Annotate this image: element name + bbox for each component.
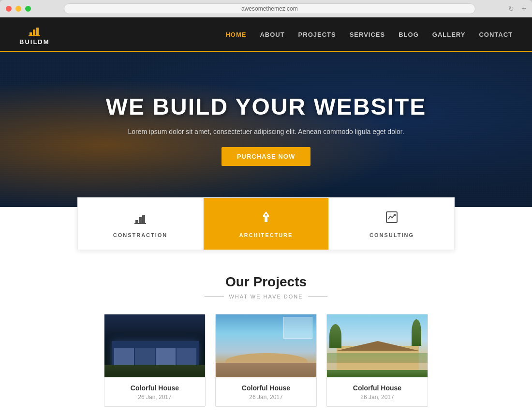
project-name-1: Colorful House <box>109 384 200 392</box>
consulting-icon <box>384 209 399 227</box>
project-card-1[interactable]: Colorful House 26 Jan, 2017 <box>104 314 206 407</box>
nav-link-about[interactable]: ABOUT <box>260 31 284 38</box>
nav-menu: HOME ABOUT PROJECTS SERVICES BLOG GALLER… <box>225 30 513 39</box>
logo[interactable]: BUILDM <box>19 23 50 45</box>
project-image-2 <box>216 314 317 377</box>
nav-link-home[interactable]: HOME <box>225 31 246 38</box>
project-card-3[interactable]: Colorful House 26 Jan, 2017 <box>326 314 428 407</box>
architecture-label: ARCHITECTURE <box>239 232 293 238</box>
architecture-icon <box>258 209 274 227</box>
hero-section: WE BUILD YOUR WEBSITE Lorem ipsum dolor … <box>0 52 532 207</box>
section-divider: WHAT WE HAVE DONE <box>19 294 513 299</box>
website-content: BUILDM HOME ABOUT PROJECTS SERVICES BLOG… <box>0 17 532 416</box>
construction-label: CONSTRACTION <box>113 232 168 238</box>
nav-item-gallery[interactable]: GALLERY <box>432 30 466 39</box>
project-name-2: Colorful House <box>221 384 311 392</box>
navbar: BUILDM HOME ABOUT PROJECTS SERVICES BLOG… <box>0 17 532 52</box>
nav-link-services[interactable]: SERVICES <box>350 31 385 38</box>
svg-point-9 <box>265 214 267 216</box>
nav-link-gallery[interactable]: GALLERY <box>432 31 466 38</box>
nav-item-projects[interactable]: PROJECTS <box>298 30 336 39</box>
project-info-1: Colorful House 26 Jan, 2017 <box>104 377 205 406</box>
divider-left <box>205 297 224 297</box>
nav-link-projects[interactable]: PROJECTS <box>298 31 336 38</box>
project-image-3 <box>327 314 428 377</box>
nav-item-services[interactable]: SERVICES <box>350 30 385 39</box>
maximize-button[interactable] <box>25 6 31 12</box>
tab-consulting[interactable]: CONSULTING <box>329 197 455 250</box>
services-tabs: CONSTRACTION ARCHITECTURE CONSULTING <box>77 197 455 250</box>
projects-grid: Colorful House 26 Jan, 2017 Colorful Hou… <box>19 314 513 407</box>
close-button[interactable] <box>6 6 12 12</box>
svg-rect-7 <box>134 223 146 224</box>
address-bar[interactable]: awesomethemez.com <box>64 3 475 14</box>
project-date-1: 26 Jan, 2017 <box>109 394 200 401</box>
nav-item-blog[interactable]: BLOG <box>399 30 419 39</box>
logo-text: BUILDM <box>19 38 50 45</box>
hero-content: WE BUILD YOUR WEBSITE Lorem ipsum dolor … <box>106 93 426 166</box>
construction-icon <box>133 209 148 227</box>
tab-architecture[interactable]: ARCHITECTURE <box>203 197 329 250</box>
svg-rect-6 <box>142 215 145 224</box>
project-date-3: 26 Jan, 2017 <box>332 394 423 401</box>
divider-right <box>308 297 327 297</box>
project-date-2: 26 Jan, 2017 <box>221 394 311 401</box>
svg-rect-8 <box>265 217 267 222</box>
purchase-now-button[interactable]: PURCHASE NOW <box>222 147 310 166</box>
hero-title: WE BUILD YOUR WEBSITE <box>106 93 426 120</box>
project-image-1 <box>104 314 206 377</box>
nav-item-about[interactable]: ABOUT <box>260 30 284 39</box>
nav-item-contact[interactable]: CONTACT <box>479 30 513 39</box>
logo-icon <box>28 23 41 38</box>
project-card-2[interactable]: Colorful House 26 Jan, 2017 <box>215 314 317 407</box>
svg-rect-3 <box>29 35 40 36</box>
browser-titlebar: awesomethemez.com ↻ + <box>0 0 532 17</box>
projects-section: Our Projects WHAT WE HAVE DONE <box>0 250 532 416</box>
project-name-3: Colorful House <box>332 384 423 392</box>
projects-title: Our Projects <box>19 274 513 290</box>
svg-rect-1 <box>33 30 35 36</box>
refresh-icon[interactable]: ↻ <box>508 5 514 13</box>
browser-window: awesomethemez.com ↻ + <box>0 0 532 17</box>
nav-item-home[interactable]: HOME <box>225 30 246 39</box>
tab-construction[interactable]: CONSTRACTION <box>77 197 203 250</box>
svg-rect-2 <box>36 28 39 36</box>
minimize-button[interactable] <box>15 6 21 12</box>
nav-link-blog[interactable]: BLOG <box>399 31 419 38</box>
nav-link-contact[interactable]: CONTACT <box>479 31 513 38</box>
consulting-label: CONSULTING <box>369 232 414 238</box>
project-info-2: Colorful House 26 Jan, 2017 <box>216 377 316 406</box>
url-text: awesomethemez.com <box>241 5 298 12</box>
new-tab-icon[interactable]: + <box>522 4 526 13</box>
project-info-3: Colorful House 26 Jan, 2017 <box>327 377 428 406</box>
projects-subtitle: WHAT WE HAVE DONE <box>229 294 303 299</box>
hero-subtitle: Lorem ipsum dolor sit amet, consectetuer… <box>106 128 426 135</box>
svg-rect-5 <box>139 217 142 224</box>
